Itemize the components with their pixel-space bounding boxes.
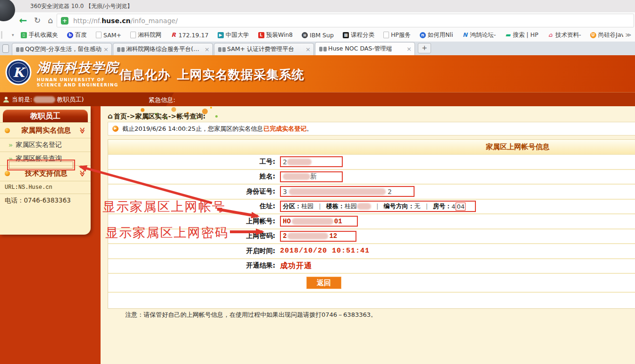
bookmark-label: 尚硅谷Jav: [598, 31, 624, 39]
back-icon[interactable]: ←: [17, 14, 29, 26]
button-row: 返回: [108, 273, 635, 292]
bookmark-item[interactable]: R172.19.17: [170, 32, 209, 39]
n-logo-icon: N: [462, 32, 468, 38]
url-domain: huse.cn: [102, 17, 130, 25]
user-icon: [3, 96, 9, 103]
flag-icon: ▶: [218, 32, 224, 38]
table-row-internet-account: 上网帐号: HO01: [108, 213, 635, 229]
separator: ｜: [374, 202, 381, 211]
notice-highlight: 已完成实名登记: [263, 125, 306, 133]
bookmark-label: 手机收藏夹: [29, 31, 59, 39]
bookmark-item[interactable]: 湘科院网: [130, 31, 161, 39]
sidebar-section-family-network[interactable]: 家属网实名信息 ≫: [0, 122, 91, 138]
bookmark-item[interactable]: SAM+: [96, 32, 121, 39]
employee-id-box: 2: [280, 156, 343, 167]
empty-row: [108, 292, 635, 308]
address-bar[interactable]: + http://nf.huse.cn/info_manage/: [57, 14, 634, 27]
room-number-box: 04: [456, 203, 466, 211]
site-safety-shield-icon[interactable]: +: [61, 17, 68, 25]
browser-tab[interactable]: 湘科院网络综合服务平台(测试)×: [113, 43, 213, 55]
browser-tab[interactable]: SAM+ 认证计费管理平台×: [214, 43, 314, 55]
url-text[interactable]: http://nf.huse.cn/info_manage/: [73, 17, 178, 25]
form-value: 2018/10/20 10:51:41: [278, 247, 370, 255]
return-button[interactable]: 返回: [306, 277, 341, 289]
form-label: 上网帐号:: [108, 217, 278, 226]
bookmark-item[interactable]: HP服务: [383, 31, 411, 39]
page-header: K 湖南科技学院 HUNAN UNIVERSITY OF SCIENCE AND…: [0, 55, 635, 92]
table-row-open-result: 开通结果: 成功开通: [108, 258, 635, 273]
value-visible: 2: [283, 232, 287, 240]
close-icon[interactable]: ×: [204, 46, 210, 53]
form-value: 新: [278, 171, 343, 182]
school-en-line2: SCIENCE AND ENGINEERING: [37, 83, 119, 88]
bookmark-item[interactable]: n如何用Nli: [420, 31, 453, 39]
bookmark-item[interactable]: ▶中国大学: [218, 31, 249, 39]
url-prefix: http://nf.: [73, 17, 102, 25]
bookmark-item[interactable]: N鸿鹄论坛-: [462, 31, 496, 39]
bookmark-item[interactable]: ▯手机收藏夹: [21, 31, 59, 39]
table-title: 家属区上网帐号信息: [108, 140, 635, 154]
sidebar-item-account-query[interactable]: » 家属区帐号查询: [0, 152, 91, 165]
bookmark-label: 172.19.17: [178, 32, 209, 39]
title-bar: 360安全浏览器 10.0 【无痕/小号浏览】: [0, 0, 635, 12]
phone-icon: ▯: [21, 32, 27, 38]
form-value: 分区：桂园 ｜ 楼栋：桂园 ｜ 编号方向：无 ｜ 房号：404: [278, 201, 476, 212]
bookmark-label: 搜索 | HP: [513, 31, 538, 39]
bookmarks-dropdown-icon[interactable]: ▾: [12, 33, 14, 37]
form-label: 工号:: [108, 158, 278, 166]
tab-favicon-icon: [319, 47, 322, 51]
internet-password-box: 212: [280, 231, 356, 242]
address-key: 编号方向：: [383, 202, 414, 211]
bookmark-item[interactable]: L预装Win8: [258, 31, 293, 39]
bookmark-item[interactable]: ▦课程分类: [343, 31, 374, 39]
close-icon[interactable]: ×: [406, 45, 412, 52]
bookmark-item[interactable]: U尚硅谷Jav: [590, 31, 624, 39]
new-tab-button[interactable]: +: [418, 43, 431, 53]
baidu-paw-icon: n: [420, 32, 426, 38]
bookmark-item[interactable]: ≡IBM Sup: [302, 32, 334, 39]
separator: ｜: [423, 202, 430, 211]
value-visible: HO: [283, 218, 291, 225]
refresh-icon[interactable]: ↻: [31, 14, 43, 26]
table-row-address: 住址: 分区：桂园 ｜ 楼栋：桂园 ｜ 编号方向：无 ｜ 房号：404: [108, 199, 635, 214]
value-visible: 3: [283, 188, 287, 195]
support-phone: 电话：0746-6383363: [0, 194, 91, 207]
bookmark-item[interactable]: b百度: [67, 31, 87, 39]
address-key: 楼栋：: [326, 202, 345, 211]
internet-account-box: HO01: [280, 216, 358, 227]
bookmark-item[interactable]: ▬搜索 | HP: [505, 31, 538, 39]
notice-text: 截止2019/6/26 14:00:25止，您家属区的实名信息: [122, 125, 263, 133]
browser-tab[interactable]: Huse NOC DAS-管理端×: [315, 42, 415, 55]
sidebar-section-tech-support[interactable]: 技术支持信息 ≫: [0, 165, 91, 181]
bookmark-item[interactable]: ⌂技术资料-: [547, 31, 581, 39]
browser-tab[interactable]: QQ空间-分享生活，留住感动×: [12, 43, 112, 55]
tab-title: 湘科院网络综合服务平台(测试): [126, 45, 203, 53]
sidebar-background: 教职员工 家属网实名信息 ≫ » 家属区实名登记 » 家属区帐号查询 技术支持信…: [0, 106, 101, 364]
tab-title: SAM+ 认证计费管理平台: [227, 45, 304, 53]
value-visible: 12: [329, 232, 337, 240]
item-label: 家属区帐号查询: [16, 154, 62, 163]
current-user-suffix: 教职员工): [57, 95, 84, 104]
sidebar-item-realname-register[interactable]: » 家属区实名登记: [0, 138, 91, 152]
home-icon[interactable]: ⌂: [44, 14, 57, 26]
page-icon: [96, 32, 102, 38]
url-path: /info_manage/: [130, 17, 178, 25]
browser-toolbar: ← ↻ ⌂ + http://nf.huse.cn/info_manage/: [0, 12, 635, 28]
bookmark-label: SAM+: [103, 32, 121, 39]
school-en-line1: HUNAN UNIVERSITY OF: [37, 77, 119, 83]
form-label: 姓名:: [108, 172, 278, 181]
bookmark-label: 如何用Nli: [428, 31, 453, 39]
bookmark-label: 百度: [75, 31, 87, 39]
bookmarks-overflow-icon[interactable]: ≫: [625, 32, 631, 38]
mobile-view-icon[interactable]: [2, 44, 9, 53]
bookmarks-panel-icon[interactable]: [1, 31, 12, 39]
bookmark-label: IBM Sup: [310, 32, 334, 39]
address-key: 房号：: [433, 202, 451, 211]
separator: ｜: [317, 202, 323, 211]
redacted-value: [287, 159, 312, 165]
close-icon[interactable]: ×: [305, 46, 311, 53]
bookmark-label: 湘科院网: [138, 31, 161, 39]
ibm-icon: ≡: [302, 32, 308, 38]
close-icon[interactable]: ×: [103, 46, 109, 53]
bookmark-label: 中国大学: [226, 31, 249, 39]
